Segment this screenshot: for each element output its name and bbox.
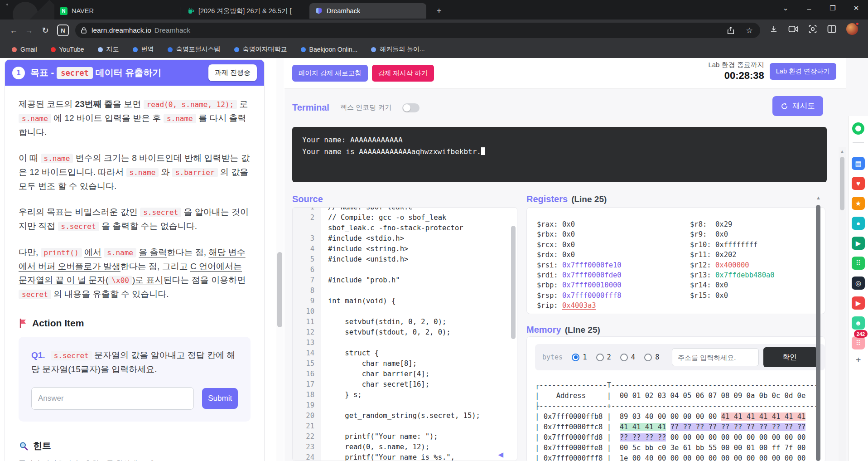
- registers-panel: $rax: 0x0$rbx: 0x0$rcx: 0x0$rdx: 0x0$rsi…: [526, 207, 825, 314]
- register-row: $rcx: 0x0: [537, 240, 622, 250]
- cafe-favicon: [187, 7, 194, 15]
- terminal-output[interactable]: Your name: AAAAAAAAAAAA Your name is AAA…: [292, 127, 827, 182]
- source-line: 23 read(0, s.name, 12);: [293, 442, 517, 452]
- bookmark-item[interactable]: 숙명포털시스템: [168, 45, 221, 53]
- profile-avatar[interactable]: [846, 23, 858, 35]
- bookmark-item[interactable]: Gmail: [12, 46, 37, 53]
- action-item-heading: Action Item: [19, 318, 251, 329]
- lab-expire-label: Lab 환경 종료까지: [708, 61, 764, 69]
- minimize-icon[interactable]: –: [799, 0, 819, 16]
- force-refresh-button[interactable]: 페이지 강제 새로고침: [292, 65, 368, 82]
- force-restart-button[interactable]: 강제 재시작 하기: [372, 65, 434, 82]
- registers-line-label: (Line 25): [571, 194, 607, 204]
- back-icon[interactable]: ←: [6, 23, 21, 38]
- memory-confirm-button[interactable]: 확인: [763, 347, 818, 367]
- memory-panel: bytes 1248 확인 ┌----------------T--------…: [526, 336, 825, 461]
- bookmark-item[interactable]: 해커들의 놀이...: [371, 45, 425, 53]
- inline-code-chip: s.name: [164, 114, 196, 123]
- inline-code-chip: s.barrier: [172, 168, 218, 177]
- answer-input[interactable]: [31, 387, 194, 410]
- bookmark-item[interactable]: 번역: [133, 45, 154, 53]
- browser-tab[interactable]: Dreamhack: [309, 3, 426, 19]
- register-row: $rsi: 0x7fff0000fe10: [537, 260, 622, 270]
- task-header-banner: 1 목표 - secret 데이터 유출하기 과제 진행중: [5, 60, 264, 86]
- bookmark-item[interactable]: Baekjoon Onlin...: [301, 46, 358, 53]
- step-number: 1: [12, 67, 25, 79]
- memory-address-input[interactable]: [672, 348, 759, 366]
- current-line-marker: ◀: [498, 451, 503, 459]
- source-line: 21: [293, 421, 517, 432]
- web-capture-camera-icon[interactable]: [788, 25, 798, 33]
- browser-tab[interactable]: NNAVER: [54, 3, 180, 19]
- bookmark-favicon: [301, 47, 306, 52]
- restore-icon[interactable]: ❐: [823, 0, 843, 16]
- scroll-up-icon[interactable]: ▲: [839, 149, 846, 154]
- bookmark-item[interactable]: 숙명여자대학교: [234, 45, 287, 53]
- bookmark-item[interactable]: YouTube: [51, 46, 84, 53]
- lab-extend-button[interactable]: Lab 환경 연장하기: [770, 63, 836, 80]
- inline-code-chip: read(0, s.name, 12);: [144, 100, 237, 109]
- naver-extension-icon[interactable]: N: [57, 24, 69, 36]
- new-tab-button[interactable]: +: [433, 5, 445, 17]
- briefcase-app-icon[interactable]: ▤: [852, 157, 865, 170]
- source-code-panel[interactable]: 1// Name: sbof_leak.c2// Compile: gcc -o…: [292, 207, 517, 461]
- register-row: $r9: 0x0: [690, 229, 825, 239]
- register-row: $r11: 0x202: [690, 250, 825, 260]
- lesson-panel: 1 목표 - secret 데이터 유출하기 과제 진행중 제공된 코드의 23…: [0, 58, 285, 461]
- forward-icon[interactable]: →: [22, 23, 36, 38]
- downloads-icon[interactable]: [769, 24, 778, 34]
- lens-app-icon[interactable]: ◎: [852, 277, 865, 290]
- screenshot-icon[interactable]: [808, 24, 817, 34]
- register-row: $r13: 0x7ffdebb480a0: [690, 270, 825, 280]
- grid-app-icon[interactable]: ⠿: [852, 257, 865, 270]
- scroll-up-icon[interactable]: ▲: [815, 195, 821, 200]
- description-paragraph: 제공된 코드의 23번째 줄을 보면 read(0, s.name, 12); …: [19, 97, 251, 139]
- register-row: $rdx: 0x0: [537, 250, 622, 260]
- register-row: $rbx: 0x0: [537, 229, 622, 239]
- youtube-app-icon[interactable]: ▶: [852, 296, 865, 310]
- address-bar[interactable]: learn.dreamhack.io Dreamhack ☆: [75, 23, 760, 38]
- split-screen-icon[interactable]: [827, 25, 836, 33]
- chat-app-icon[interactable]: ●: [852, 217, 865, 230]
- task-status-badge[interactable]: 과제 진행중: [208, 64, 257, 81]
- page-scrollbar[interactable]: ▲: [839, 147, 846, 461]
- refresh-icon[interactable]: ↻: [38, 23, 53, 38]
- bookmark-favicon: [12, 47, 17, 52]
- star-app-icon[interactable]: ★: [852, 197, 865, 210]
- favorites-star-icon[interactable]: ☆: [744, 25, 755, 36]
- retry-button[interactable]: 재시도: [772, 96, 823, 116]
- close-icon[interactable]: ✕: [846, 0, 866, 16]
- bytes-radio-4[interactable]: 4: [620, 353, 635, 361]
- source-line: 4#include <string.h>: [293, 244, 517, 254]
- source-line: 17 char secret[16];: [293, 379, 517, 390]
- task-title: 목표 - secret 데이터 유출하기: [30, 67, 161, 79]
- source-line: 13: [293, 338, 517, 348]
- browser-tab[interactable]: [2026 겨울방학] 26기 & 26.5기 [: [181, 3, 306, 19]
- apps-pink-icon[interactable]: ⠿: [852, 336, 865, 349]
- debugger-scrollbar[interactable]: ▲: [815, 195, 821, 461]
- register-row: $r15: 0x0: [690, 291, 825, 301]
- bytes-radio-2[interactable]: 2: [596, 353, 611, 361]
- bookmarks-bar: GmailYouTube지도번역숙명포털시스템숙명여자대학교Baekjoon O…: [0, 41, 868, 58]
- tab-search-chevron-icon[interactable]: ⌄: [776, 0, 796, 16]
- url-host: learn.dreamhack.io: [92, 26, 151, 34]
- lesson-scrollbar[interactable]: [276, 58, 284, 461]
- hex-encoding-toggle[interactable]: [402, 103, 420, 112]
- video-app-icon[interactable]: ▶: [852, 237, 865, 250]
- inline-code-chip: secret: [57, 67, 92, 79]
- source-scrollbar-thumb[interactable]: [511, 226, 516, 339]
- bytes-radio-1[interactable]: 1: [572, 353, 587, 361]
- action-item-title: Action Item: [32, 318, 84, 329]
- source-line: 14 struct {: [293, 348, 517, 359]
- share-icon[interactable]: [727, 26, 735, 34]
- bookmark-item[interactable]: 지도: [98, 45, 119, 53]
- heart-app-icon[interactable]: ♥: [852, 177, 865, 190]
- source-line: 6: [293, 265, 517, 275]
- bytes-radio-8[interactable]: 8: [644, 353, 659, 361]
- add-sidebar-app-icon[interactable]: +: [852, 354, 865, 367]
- rewards-ring-icon[interactable]: [852, 122, 864, 135]
- android-app-icon[interactable]: ☻: [852, 316, 865, 330]
- retry-refresh-icon: [781, 102, 788, 110]
- submit-button[interactable]: Submit: [202, 388, 238, 409]
- inline-code-chip: s.name: [126, 168, 159, 177]
